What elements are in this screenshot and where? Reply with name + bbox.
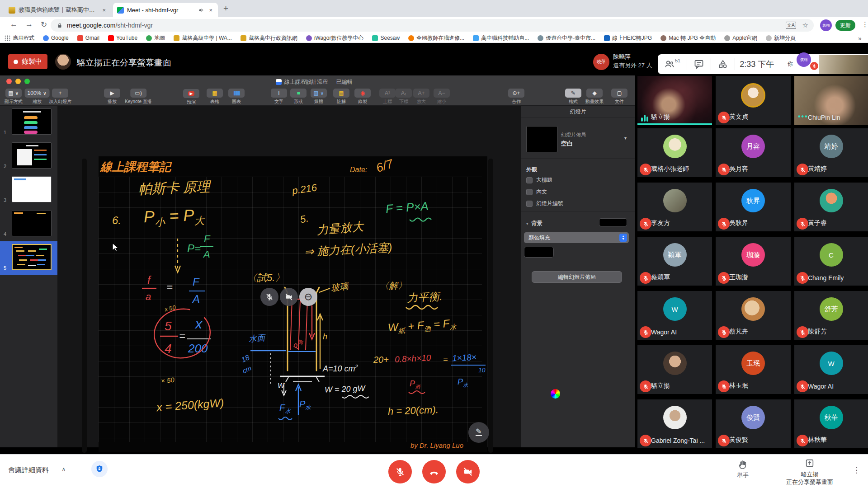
self-avatar[interactable]: 筑翎: [797, 52, 811, 67]
slide[interactable]: 線上課程筆記Date:6/7帕斯卡 原理p.216F = P×A6.P小 = P…: [99, 156, 487, 452]
presenting-status[interactable]: 駱立揚 正在分享螢幕畫面: [780, 458, 839, 486]
toolbar-button-錄製[interactable]: ◉錄製: [354, 89, 371, 105]
back-button[interactable]: ←: [10, 20, 18, 29]
bookmark-item[interactable]: 新增分頁: [766, 34, 796, 42]
participant-tile[interactable]: 駱立揚: [637, 345, 712, 394]
tab-close-icon[interactable]: ×: [208, 7, 214, 14]
translate-icon[interactable]: 文A: [786, 22, 796, 29]
forward-button[interactable]: →: [25, 20, 33, 29]
checkbox[interactable]: [526, 177, 533, 183]
bookmark-item[interactable]: 葳格高級中學 | WA...: [174, 34, 232, 42]
toolbar-button-縮小[interactable]: A−縮小: [434, 89, 450, 105]
fill-type-select[interactable]: 顏色填充 ▲▼: [524, 232, 629, 243]
participants-button[interactable]: 51: [658, 59, 687, 70]
overflow-participant-avatar[interactable]: 曉萍: [593, 54, 609, 70]
video-tile[interactable]: ••• ChiuPin Lin: [794, 76, 868, 125]
video-tile-presenter[interactable]: 駱立揚: [637, 76, 712, 125]
participant-tile[interactable]: 秋華 林秋華: [794, 399, 868, 448]
toolbar-button-格式[interactable]: ✎格式: [565, 89, 581, 105]
slide-thumbnail[interactable]: [12, 108, 52, 135]
participant-tile[interactable]: 葳格小張老師: [637, 128, 712, 177]
participant-tile[interactable]: 耿昇 吳耿昇: [716, 183, 791, 231]
appearance-checkbox-row[interactable]: 內文: [526, 188, 563, 196]
color-wheel-icon[interactable]: [551, 389, 560, 399]
bookmark-item[interactable]: 線上HEIC轉JPG: [604, 34, 652, 42]
slide-thumbnail-row[interactable]: 3: [0, 174, 57, 207]
appearance-checkbox-row[interactable]: 大標題: [526, 176, 563, 184]
browser-menu-icon[interactable]: ⋮: [862, 20, 868, 28]
slide-thumbnail-row[interactable]: 4: [0, 207, 57, 241]
layout-thumbnail[interactable]: [526, 126, 557, 152]
bookmark-item[interactable]: Google: [43, 35, 69, 41]
toolbar-button-預演[interactable]: ▶預演: [183, 89, 199, 105]
overlay-camera-off-button[interactable]: [280, 288, 298, 306]
tab-school-mail[interactable]: 教職員信箱總覽｜葳格高中行政 ×: [5, 3, 111, 17]
select-stepper-icon[interactable]: ▲▼: [619, 234, 627, 242]
bookmark-item[interactable]: 優遊台中學-臺中市...: [538, 34, 595, 42]
raise-hand-button[interactable]: 舉手: [732, 459, 753, 479]
meeting-safety-icon[interactable]: [91, 461, 108, 477]
participant-tile[interactable]: 蔡芃卉: [716, 291, 791, 340]
browser-profile-avatar[interactable]: 筑翎: [820, 19, 832, 31]
participant-tile[interactable]: Gabriel Zong-Tai ...: [637, 399, 712, 448]
toolbar-button-圖表[interactable]: ▮▮▮圖表: [228, 89, 245, 105]
bookmarks-overflow-icon[interactable]: »: [858, 35, 865, 42]
participant-tile[interactable]: 黃子睿: [794, 183, 868, 231]
self-video-thumbnail[interactable]: [819, 55, 868, 74]
bookmark-item[interactable]: 葳格高中行政資訊網: [241, 34, 297, 42]
bookmark-item[interactable]: 應用程式: [5, 34, 34, 42]
toolbar-button-下標[interactable]: A₁下標: [396, 89, 412, 105]
participant-tile[interactable]: 靖婷 黃靖婷: [794, 128, 868, 177]
participant-tile[interactable]: 黃文貞: [716, 76, 791, 125]
toolbar-button-播放[interactable]: ▶播放: [104, 89, 120, 105]
participant-tile[interactable]: 穎軍 蔡穎軍: [637, 237, 712, 286]
overlay-mic-muted-button[interactable]: [260, 288, 278, 306]
disclosure-triangle-icon[interactable]: ▾: [526, 221, 528, 226]
participant-tile[interactable]: C Chang Emily: [794, 237, 868, 286]
toolbar-button-上標[interactable]: A¹上標: [379, 89, 396, 105]
bookmark-item[interactable]: 全國教師在職進修...: [408, 34, 464, 42]
bookmark-item[interactable]: iWagor數位教學中心: [306, 34, 364, 42]
toolbar-button-縮放[interactable]: 100% ∨縮放: [25, 89, 50, 105]
participant-tile[interactable]: W Wagor AI: [794, 345, 868, 394]
tab-close-icon[interactable]: ×: [101, 7, 107, 14]
toolbar-button-形狀[interactable]: ■形狀: [290, 89, 307, 105]
appearance-checkbox-row[interactable]: 幻燈片編號: [526, 200, 563, 207]
slide-thumbnail[interactable]: [12, 176, 52, 202]
background-color-well[interactable]: [599, 218, 627, 226]
mic-toggle-button[interactable]: [388, 460, 412, 483]
toolbar-button-表格[interactable]: ▦表格: [207, 89, 223, 105]
checkbox[interactable]: [526, 189, 533, 195]
slide-thumbnail-row[interactable]: 2: [0, 140, 57, 174]
participant-tile[interactable]: 舒芳 陳舒芳: [794, 291, 868, 340]
participant-tile[interactable]: 俊賢 黃俊賢: [716, 399, 791, 448]
tab-meet[interactable]: Meet - sht-hdmf-vgr ×: [113, 3, 218, 17]
bookmark-item[interactable]: Seesaw: [372, 35, 400, 41]
edit-slide-layout-button[interactable]: 編輯幻燈片佈局: [532, 271, 622, 283]
activities-button[interactable]: [711, 59, 735, 70]
participant-tile[interactable]: W Wagor AI: [637, 291, 712, 340]
bookmark-star-icon[interactable]: ☆: [802, 21, 808, 29]
toolbar-button-文件[interactable]: ▢文件: [611, 89, 627, 105]
url-bar[interactable]: meet.google.com/sht-hdmf-vgr 文A ☆: [51, 19, 814, 32]
reload-button[interactable]: ↻: [41, 20, 47, 29]
participant-tile[interactable]: 月容 吳月容: [716, 128, 791, 177]
annotate-pencil-button[interactable]: ✎: [468, 422, 489, 443]
toolbar-button-放大[interactable]: A+放大: [413, 89, 429, 105]
toolbar-button-Keynote 直播[interactable]: ▭)Keynote 直播: [125, 89, 151, 105]
toolbar-button-動畫效果[interactable]: ◆動畫效果: [585, 89, 604, 105]
chrome-update-button[interactable]: 更新: [835, 20, 855, 31]
meeting-details-button[interactable]: 會議詳細資料 ∧: [8, 466, 66, 474]
fill-color-swatch[interactable]: [524, 247, 554, 258]
leave-call-button[interactable]: [422, 460, 446, 483]
bookmark-item[interactable]: 地圖: [146, 34, 165, 42]
camera-toggle-button[interactable]: [456, 460, 480, 483]
minimize-window-button[interactable]: [15, 79, 21, 84]
background-section[interactable]: ▾背景: [526, 220, 542, 227]
slide-thumbnail-row[interactable]: 5: [0, 241, 57, 275]
bookmark-item[interactable]: Gmail: [77, 35, 99, 41]
slide-thumbnail[interactable]: [12, 244, 52, 270]
bookmark-item[interactable]: YouTube: [108, 35, 137, 41]
close-window-button[interactable]: [6, 79, 12, 84]
layout-dropdown-icon[interactable]: ▾: [624, 136, 627, 141]
